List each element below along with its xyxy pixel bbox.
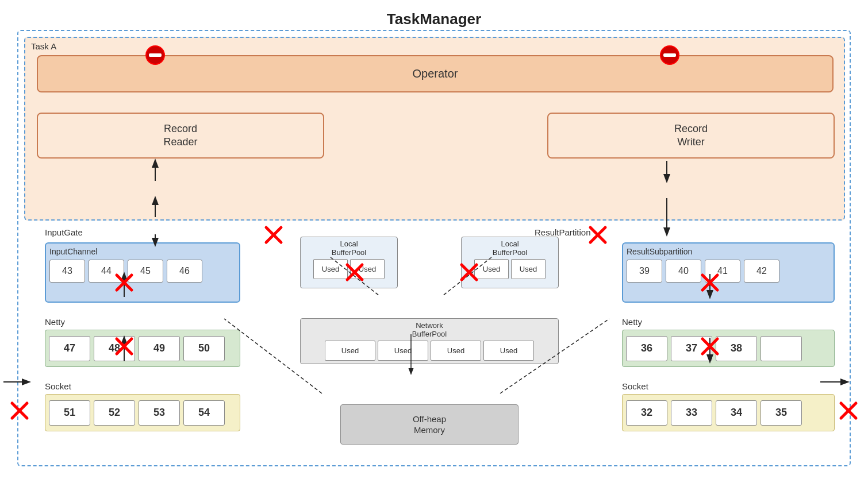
offheap-label: Off-heapMemory [413,414,446,436]
inputchannel-label: InputChannel [49,247,236,256]
nbp-used-row: Used Used Used Used [303,341,556,361]
socket-left-53: 53 [139,400,180,426]
record-reader-box: RecordReader [37,113,324,159]
netty-left-50: 50 [183,336,225,361]
nbp-title: NetworkBufferPool [303,321,556,338]
red-x-netty-right [700,273,720,295]
netty-right-38: 38 [716,336,757,361]
nbp-used-3: Used [431,341,481,361]
no-entry-inputgate [145,45,166,68]
netty-right-box: 36 37 38 [622,330,835,367]
socket-left-52: 52 [94,400,135,426]
svg-rect-18 [149,53,162,57]
lbp-right-title: LocalBufferPool [464,240,556,257]
record-writer-label: RecordWriter [674,122,708,149]
network-bufferpool-box: NetworkBufferPool Used Used Used Used [300,318,559,364]
lbp-right-used-2: Used [511,259,546,279]
netty-left-49: 49 [139,336,180,361]
netty-left-47: 47 [49,336,90,361]
page-title: TaskManager [0,0,868,28]
netty-right-empty [761,336,802,361]
no-entry-resultpartition [659,45,680,68]
record-writer-box: RecordWriter [547,113,835,159]
red-x-lbp-rsp [588,225,608,247]
netty-left-box: 47 48 49 50 [45,330,240,367]
netty-right-36: 36 [626,336,667,361]
offheap-box: Off-heapMemory [340,404,519,445]
inputchannel-cell-43: 43 [49,260,85,283]
svg-rect-20 [663,53,676,57]
resultpartition-label: ResultPartition [535,227,591,237]
socket-right-box: 32 33 34 35 [622,394,835,431]
inputchannel-num-row: 43 44 45 46 [49,260,236,283]
netty-left-label: Netty [45,317,65,327]
operator-label: Operator [413,67,458,80]
resultsubpartition-num-row: 39 40 41 42 [627,260,830,283]
socket-right-label: Socket [622,381,648,391]
lbp-right-used-1: Used [474,259,509,279]
red-x-socket-left [114,337,134,358]
socket-right-32: 32 [626,400,667,426]
inputgate-label: InputGate [45,227,83,237]
red-x-netty-left [114,273,134,295]
inputchannel-cell-46: 46 [167,260,202,283]
nbp-used-4: Used [483,341,534,361]
rsp-cell-39: 39 [627,260,662,283]
socket-left-box: 51 52 53 54 [45,394,240,431]
rsp-cell-40: 40 [666,260,701,283]
task-a-label: Task A [31,41,56,51]
lbp-left-used-1: Used [313,259,348,279]
red-x-nbp-lbp-right [459,262,479,284]
red-x-nbp-lbp-left [345,262,364,284]
resultsubpartition-box: ResultSubpartition 39 40 41 42 [622,242,835,303]
lbp-left-title: LocalBufferPool [303,240,395,257]
red-x-socket-right [700,337,720,358]
socket-right-35: 35 [761,400,802,426]
socket-left-label: Socket [45,381,71,391]
red-x-incoming-left [10,401,29,423]
task-manager-box: Task A Operator RecordReader RecordWrite… [17,30,851,466]
socket-right-33: 33 [671,400,712,426]
rsp-cell-42: 42 [744,260,779,283]
nbp-used-1: Used [325,341,375,361]
nbp-used-2: Used [378,341,428,361]
socket-left-51: 51 [49,400,90,426]
red-x-inputchannel-lbp [264,225,283,247]
red-x-outgoing-right [839,401,858,423]
resultsubpartition-label: ResultSubpartition [627,247,830,256]
inputchannel-box: InputChannel 43 44 45 46 [45,242,240,303]
record-reader-label: RecordReader [163,122,197,149]
netty-right-label: Netty [622,317,642,327]
socket-right-34: 34 [716,400,757,426]
socket-left-54: 54 [183,400,225,426]
